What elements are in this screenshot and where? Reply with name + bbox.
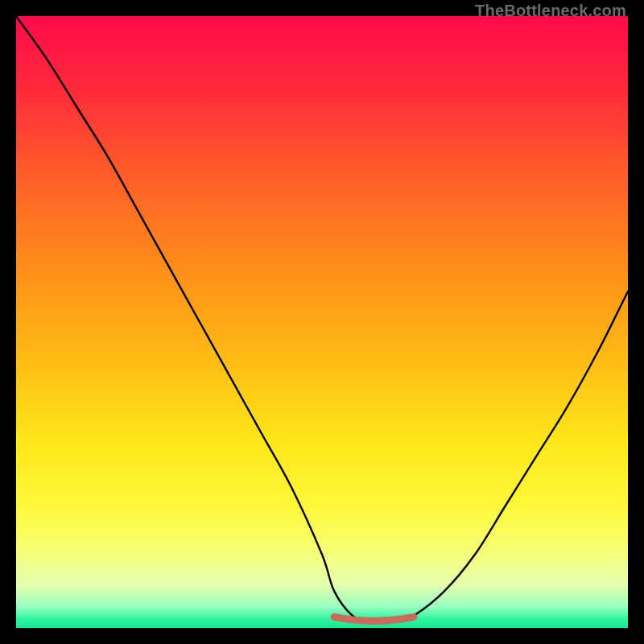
- watermark-text: TheBottleneck.com: [475, 2, 626, 20]
- bottleneck-curve: [16, 16, 628, 622]
- chart-curve-layer: [16, 16, 628, 628]
- chart-frame: TheBottleneck.com: [0, 0, 644, 644]
- plot-area: [16, 16, 628, 628]
- optimal-range-marker: [334, 617, 414, 621]
